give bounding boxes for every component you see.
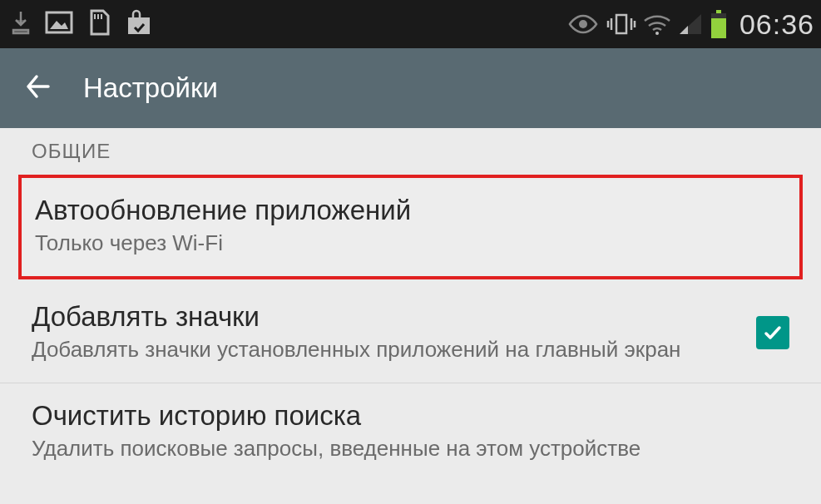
status-bar: 06:36 — [0, 0, 821, 48]
check-icon — [762, 322, 784, 343]
checkbox-add-icons[interactable] — [756, 316, 789, 349]
svg-rect-13 — [711, 18, 726, 38]
store-updates-icon — [125, 9, 153, 39]
battery-icon — [710, 10, 728, 38]
app-bar-title: Настройки — [83, 72, 218, 104]
svg-marker-10 — [680, 26, 688, 34]
status-left-icons — [10, 9, 153, 39]
back-icon[interactable] — [23, 72, 53, 105]
section-header-general: ОБЩИЕ — [0, 128, 821, 171]
setting-subtitle: Только через Wi-Fi — [35, 230, 783, 258]
app-bar: Настройки — [0, 48, 821, 128]
svg-point-8 — [655, 32, 659, 35]
download-icon — [10, 10, 32, 38]
setting-subtitle: Удалить поисковые запросы, введенные на … — [32, 435, 789, 463]
setting-subtitle: Добавлять значки установленных приложени… — [32, 336, 736, 364]
setting-title: Автообновление приложений — [35, 195, 783, 226]
svg-rect-0 — [47, 12, 72, 32]
svg-rect-7 — [616, 15, 626, 33]
eye-alert-icon — [566, 12, 600, 36]
setting-title: Очистить историю поиска — [32, 400, 789, 432]
status-right-icons: 06:36 — [566, 8, 814, 41]
svg-point-6 — [579, 20, 587, 28]
setting-auto-update[interactable]: Автообновление приложений Только через W… — [18, 175, 803, 279]
cell-signal-icon — [678, 12, 703, 36]
wifi-icon — [643, 12, 671, 36]
setting-add-icons[interactable]: Добавлять значки Добавлять значки устано… — [0, 284, 821, 383]
svg-marker-1 — [50, 21, 68, 29]
settings-content: ОБЩИЕ Автообновление приложений Только ч… — [0, 128, 821, 471]
svg-rect-11 — [716, 10, 721, 13]
sd-card-icon — [87, 9, 111, 39]
setting-clear-history[interactable]: Очистить историю поиска Удалить поисковы… — [0, 383, 821, 472]
image-icon — [45, 11, 73, 37]
setting-title: Добавлять значки — [32, 301, 736, 333]
status-clock: 06:36 — [739, 8, 814, 41]
vibrate-icon — [606, 12, 636, 37]
